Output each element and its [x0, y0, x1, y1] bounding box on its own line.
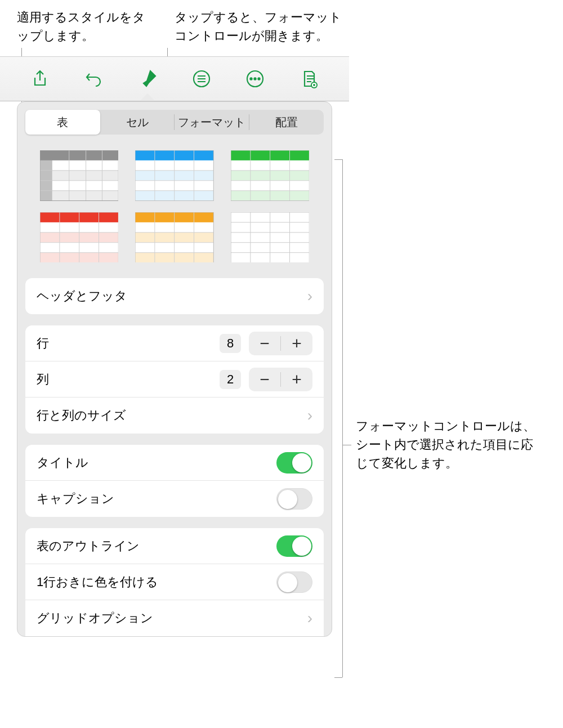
table-style-plain[interactable]	[231, 212, 309, 263]
caption-switch[interactable]	[276, 488, 312, 510]
row-header-footer[interactable]: ヘッダとフッタ ›	[25, 278, 324, 314]
undo-icon	[84, 69, 104, 88]
row-caption: キャプション	[25, 481, 324, 517]
group-title-caption: タイトル キャプション	[25, 445, 324, 517]
row-label: 列	[37, 371, 220, 388]
more-icon	[245, 69, 265, 88]
callout-style: 適用するスタイルをタップします。	[17, 8, 158, 45]
document-view-icon	[300, 69, 319, 88]
chevron-right-icon: ›	[307, 287, 312, 305]
toolbar	[0, 56, 349, 101]
svg-point-2	[251, 78, 252, 79]
table-style-blue[interactable]	[135, 150, 213, 201]
callout-brush: タップすると、フォーマットコントロールが開きます。	[175, 8, 343, 45]
table-style-orange[interactable]	[135, 212, 213, 263]
svg-point-4	[258, 78, 260, 79]
app-window: 表 セル フォーマット 配置	[0, 56, 349, 637]
cols-value: 2	[220, 370, 241, 389]
svg-rect-7	[40, 150, 118, 160]
cols-increment-button[interactable]: +	[281, 368, 312, 391]
row-label: 表のアウトライン	[37, 538, 276, 555]
format-popover: 表 セル フォーマット 配置	[17, 101, 332, 637]
svg-point-5	[311, 82, 318, 88]
more-button[interactable]	[242, 65, 269, 92]
row-size[interactable]: 行と列のサイズ ›	[25, 398, 324, 434]
callout-line	[334, 677, 342, 678]
row-label: 行	[37, 335, 220, 352]
table-style-grid	[17, 145, 332, 278]
row-rows: 行 8 − +	[25, 325, 324, 361]
switch-knob	[292, 537, 311, 556]
insert-button[interactable]	[188, 65, 215, 92]
outline-switch[interactable]	[276, 535, 312, 557]
format-brush-icon	[138, 69, 157, 88]
row-cols: 列 2 − +	[25, 361, 324, 398]
group-rows-cols: 行 8 − + 列 2 − +	[25, 325, 324, 434]
title-switch[interactable]	[276, 452, 312, 474]
row-alternating: 1行おきに色を付ける	[25, 564, 324, 600]
tab-cell[interactable]: セル	[100, 110, 175, 135]
tab-arrange[interactable]: 配置	[249, 110, 324, 135]
svg-point-3	[254, 78, 256, 79]
segmented-control: 表 セル フォーマット 配置	[25, 110, 324, 135]
svg-rect-11	[52, 191, 118, 201]
switch-knob	[278, 490, 297, 509]
table-style-gray[interactable]	[40, 150, 118, 201]
tab-format[interactable]: フォーマット	[175, 110, 249, 135]
format-brush-button[interactable]	[134, 65, 161, 92]
cols-decrement-button[interactable]: −	[249, 368, 280, 391]
svg-rect-10	[52, 171, 118, 181]
row-label: 1行おきに色を付ける	[37, 574, 276, 591]
callout-side: フォーマットコントロールは、シート内で選択された項目に応じて変化します。	[356, 417, 542, 472]
tab-table[interactable]: 表	[25, 110, 100, 135]
row-title: タイトル	[25, 445, 324, 481]
rows-stepper: 8 − +	[220, 332, 312, 355]
switch-knob	[278, 573, 297, 592]
chevron-right-icon: ›	[307, 407, 312, 425]
list-icon	[192, 69, 211, 88]
rows-value: 8	[220, 334, 241, 353]
row-label: 行と列のサイズ	[37, 407, 307, 424]
switch-knob	[292, 453, 311, 472]
table-style-green[interactable]	[231, 150, 309, 201]
cols-stepper: 2 − +	[220, 368, 312, 391]
row-label: キャプション	[37, 490, 276, 507]
popover-caret	[141, 93, 154, 100]
share-button[interactable]	[26, 65, 53, 92]
row-outline: 表のアウトライン	[25, 528, 324, 564]
row-label: グリッドオプション	[37, 610, 307, 627]
rows-increment-button[interactable]: +	[281, 332, 312, 355]
group-header-footer: ヘッダとフッタ ›	[25, 278, 324, 314]
group-outline-grid: 表のアウトライン 1行おきに色を付ける グリッドオプション ›	[25, 528, 324, 636]
undo-button[interactable]	[81, 65, 108, 92]
chevron-right-icon: ›	[307, 609, 312, 627]
share-icon	[30, 69, 50, 88]
row-label: タイトル	[37, 454, 276, 471]
alternating-switch[interactable]	[276, 571, 312, 593]
row-label: ヘッダとフッタ	[37, 288, 307, 305]
row-grid-options[interactable]: グリッドオプション ›	[25, 600, 324, 636]
rows-decrement-button[interactable]: −	[249, 332, 280, 355]
document-view-button[interactable]	[296, 65, 323, 92]
table-style-red[interactable]	[40, 212, 118, 263]
